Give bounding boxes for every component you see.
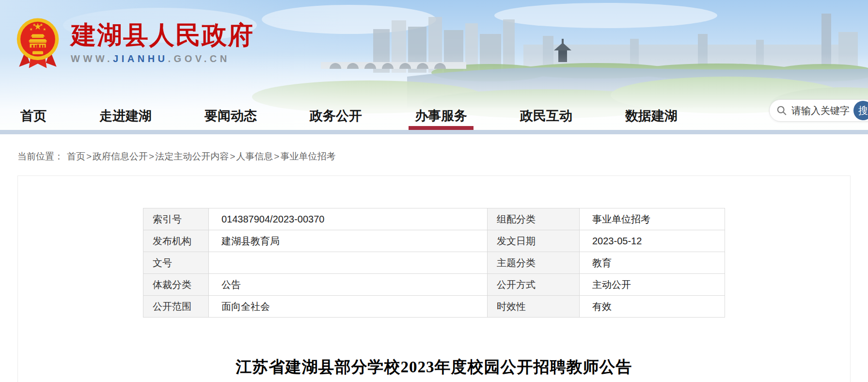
nav-item-news[interactable]: 要闻动态 bbox=[205, 101, 257, 130]
site-url-prefix: WWW. bbox=[71, 53, 113, 64]
breadcrumb-separator: > bbox=[149, 151, 154, 161]
nav-item-services[interactable]: 办事服务 bbox=[415, 101, 467, 130]
nav-item-interaction[interactable]: 政民互动 bbox=[520, 101, 572, 130]
meta-label-cell: 文号 bbox=[143, 252, 209, 274]
meta-table-row: 发布机构建湖县教育局发文日期2023-05-12 bbox=[143, 230, 725, 252]
document-title: 江苏省建湖县部分学校2023年度校园公开招聘教师公告 bbox=[18, 356, 850, 378]
meta-label-cell: 公开方式 bbox=[488, 274, 580, 296]
meta-value-cell: 公告 bbox=[209, 274, 488, 296]
header-divider bbox=[0, 130, 868, 134]
meta-table-row: 索引号014387904/2023-00370组配分类事业单位招考 bbox=[143, 208, 725, 230]
meta-value-cell: 2023-05-12 bbox=[580, 230, 725, 252]
meta-table-row: 体裁分类公告公开方式主动公开 bbox=[143, 274, 725, 296]
meta-label-cell: 发布机构 bbox=[143, 230, 209, 252]
meta-label-cell: 主题分类 bbox=[488, 252, 580, 274]
breadcrumb-separator: > bbox=[86, 151, 92, 161]
search-input[interactable] bbox=[791, 105, 853, 116]
site-search: 搜 bbox=[769, 99, 868, 122]
meta-value-cell: 事业单位招考 bbox=[580, 208, 725, 230]
national-emblem-logo bbox=[16, 16, 60, 70]
search-button[interactable]: 搜 bbox=[853, 101, 868, 120]
brand-text: 建湖县人民政府 WWW.JIANHU.GOV.CN bbox=[71, 22, 254, 65]
meta-value-cell: 014387904/2023-00370 bbox=[209, 208, 488, 230]
breadcrumb-item[interactable]: 首页 bbox=[67, 151, 85, 161]
meta-value-cell: 有效 bbox=[580, 296, 725, 318]
main-nav: 首页走进建湖要闻动态政务公开办事服务政民互动数据建湖 bbox=[20, 101, 678, 130]
meta-table-row: 文号主题分类教育 bbox=[143, 252, 725, 274]
meta-label-cell: 索引号 bbox=[143, 208, 209, 230]
meta-value-cell: 面向全社会 bbox=[209, 296, 488, 318]
meta-value-cell: 教育 bbox=[580, 252, 725, 274]
meta-table-row: 公开范围面向全社会时效性有效 bbox=[143, 296, 725, 318]
site-url-suffix: .GOV.CN bbox=[168, 53, 230, 64]
page: 建湖县人民政府 WWW.JIANHU.GOV.CN 首页走进建湖要闻动态政务公开… bbox=[0, 0, 868, 382]
meta-value-cell bbox=[209, 252, 488, 274]
nav-item-data-jianhu[interactable]: 数据建湖 bbox=[625, 101, 678, 130]
meta-label-cell: 组配分类 bbox=[488, 208, 580, 230]
meta-label-cell: 发文日期 bbox=[488, 230, 580, 252]
breadcrumb-separator: > bbox=[230, 151, 235, 161]
meta-label-cell: 时效性 bbox=[488, 296, 580, 318]
meta-value-cell: 主动公开 bbox=[580, 274, 725, 296]
nav-item-gov-affairs[interactable]: 政务公开 bbox=[310, 101, 362, 130]
site-url: WWW.JIANHU.GOV.CN bbox=[71, 53, 254, 64]
breadcrumb-item[interactable]: 政府信息公开 bbox=[93, 151, 148, 161]
search-icon bbox=[776, 105, 787, 116]
nav-item-about-jianhu[interactable]: 走进建湖 bbox=[99, 101, 152, 130]
meta-table: 索引号014387904/2023-00370组配分类事业单位招考发布机构建湖县… bbox=[143, 208, 725, 318]
site-brand[interactable]: 建湖县人民政府 WWW.JIANHU.GOV.CN bbox=[16, 16, 254, 70]
meta-label-cell: 公开范围 bbox=[143, 296, 209, 318]
content-card: 索引号014387904/2023-00370组配分类事业单位招考发布机构建湖县… bbox=[17, 175, 851, 382]
nav-item-home[interactable]: 首页 bbox=[20, 101, 47, 130]
site-url-domain: JIANHU bbox=[113, 53, 168, 64]
breadcrumb-separator: > bbox=[274, 151, 279, 161]
meta-label-cell: 体裁分类 bbox=[143, 274, 209, 296]
breadcrumb-item: 事业单位招考 bbox=[280, 151, 335, 161]
breadcrumb-prefix: 当前位置： bbox=[17, 151, 63, 161]
site-header: 建湖县人民政府 WWW.JIANHU.GOV.CN 首页走进建湖要闻动态政务公开… bbox=[0, 0, 868, 134]
breadcrumb-item[interactable]: 法定主动公开内容 bbox=[155, 151, 229, 161]
breadcrumb: 当前位置：首页>政府信息公开>法定主动公开内容>人事信息>事业单位招考 bbox=[0, 134, 868, 163]
breadcrumb-item[interactable]: 人事信息 bbox=[236, 151, 273, 161]
site-title: 建湖县人民政府 bbox=[71, 22, 254, 48]
meta-value-cell: 建湖县教育局 bbox=[209, 230, 488, 252]
